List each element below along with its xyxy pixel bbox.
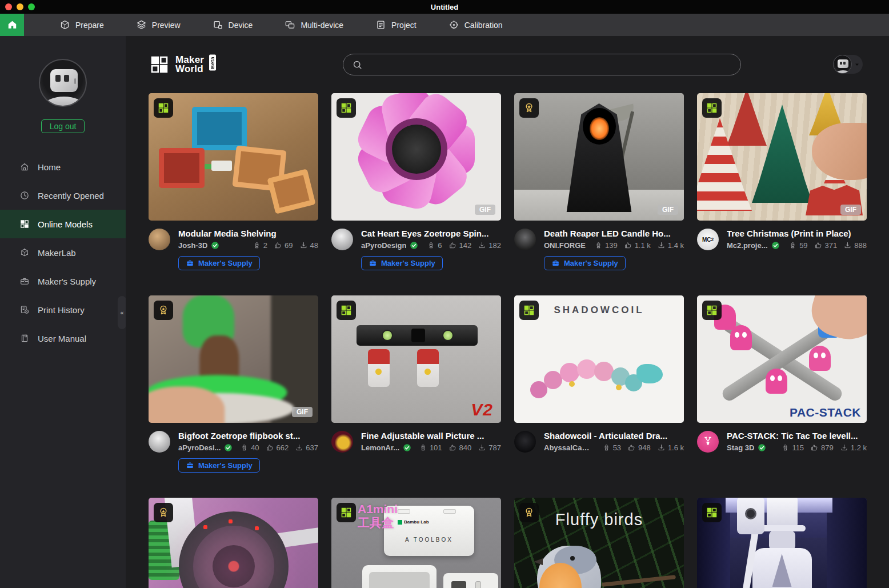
- author-name[interactable]: Stag 3D: [727, 443, 754, 452]
- downloads-stat: 787: [478, 443, 501, 452]
- home-tab-button[interactable]: [0, 14, 24, 36]
- model-card[interactable]: V2 Fine Adjustable wall Picture ... Lemo…: [331, 295, 501, 498]
- model-thumbnail[interactable]: GIF: [149, 295, 318, 423]
- model-title[interactable]: Cat Heart Eyes Zoetrope Spin...: [361, 229, 501, 238]
- author-name[interactable]: aPyroDesign: [361, 241, 406, 250]
- sidebar-item-user-manual[interactable]: User Manual: [0, 324, 126, 353]
- contest-medal-badge: [154, 503, 173, 522]
- author-name[interactable]: Mc2.proje...: [727, 241, 768, 250]
- author-avatar[interactable]: [514, 431, 536, 453]
- sidebar-item-print-history[interactable]: Print History: [0, 295, 126, 324]
- sidebar-collapse-button[interactable]: «: [118, 296, 126, 329]
- makers-supply-button[interactable]: Maker's Supply: [361, 256, 443, 270]
- author-name[interactable]: aPyroDesi...: [178, 443, 221, 452]
- likes-stat: 69: [274, 241, 293, 250]
- likes-stat: 371: [814, 241, 838, 250]
- tab-calibration[interactable]: Calibration: [448, 19, 503, 30]
- logout-button[interactable]: Log out: [41, 119, 85, 133]
- sidebar-item-makerlab[interactable]: MakerLab: [0, 238, 126, 267]
- account-menu[interactable]: [833, 55, 863, 74]
- search-bar[interactable]: [343, 54, 741, 75]
- sidebar-item-recently-opened[interactable]: Recently Opened: [0, 181, 126, 210]
- download-icon: [478, 241, 486, 250]
- author-avatar[interactable]: [697, 431, 719, 453]
- model-thumbnail[interactable]: V2: [331, 295, 501, 423]
- calibration-icon: [448, 19, 459, 30]
- likes-stat: 840: [448, 443, 472, 452]
- model-title[interactable]: Shadowcoil - Articulated Dra...: [544, 431, 684, 441]
- author-avatar[interactable]: [514, 229, 536, 250]
- verified-icon: [410, 241, 418, 250]
- model-card[interactable]: GIF Cat Heart Eyes Zoetrope Spin... aPyr…: [331, 93, 501, 295]
- window-title: Untitled: [0, 3, 889, 11]
- model-card[interactable]: Fluffy birds: [514, 498, 684, 588]
- model-thumbnail[interactable]: PAC-STACK: [697, 295, 867, 423]
- thumbnail-overlay-text: V2: [471, 400, 493, 419]
- user-avatar[interactable]: [39, 59, 87, 107]
- model-thumbnail[interactable]: SHADOWCOIL: [514, 295, 684, 423]
- toolbox-icon: [186, 259, 194, 267]
- model-card[interactable]: GIF Bigfoot Zoetrope flipbook st... aPyr…: [149, 295, 318, 498]
- makers-supply-button[interactable]: Maker's Supply: [544, 256, 626, 270]
- model-title[interactable]: Modular Media Shelving: [178, 229, 318, 238]
- gif-badge: GIF: [475, 205, 495, 215]
- author-avatar[interactable]: [331, 431, 353, 453]
- model-card[interactable]: Modular Media Shelving Josh-3D 2 69 48: [149, 93, 318, 295]
- model-card[interactable]: [149, 498, 318, 588]
- tab-device[interactable]: Device: [213, 19, 253, 30]
- thumbnail-art: PAC-STACK: [697, 295, 867, 423]
- tab-multi-device[interactable]: Multi-device: [285, 19, 343, 30]
- author-avatar[interactable]: [331, 229, 353, 250]
- model-card[interactable]: [697, 498, 867, 588]
- model-card[interactable]: Bambu Lab A TOOLBOX A1mini工具盒: [331, 498, 501, 588]
- model-stats: 2 69 48: [253, 241, 318, 250]
- prints-icon: [781, 443, 790, 452]
- model-card[interactable]: GIF Death Reaper LED Candle Ho... ONI.FO…: [514, 93, 684, 295]
- prints-icon: [594, 241, 603, 250]
- book-icon: [19, 333, 30, 343]
- author-avatar[interactable]: MC2: [697, 229, 719, 250]
- model-thumbnail[interactable]: Bambu Lab A TOOLBOX A1mini工具盒: [331, 498, 501, 588]
- model-title[interactable]: Bigfoot Zoetrope flipbook st...: [178, 431, 318, 441]
- model-thumbnail[interactable]: Fluffy birds: [514, 498, 684, 588]
- model-title[interactable]: Death Reaper LED Candle Ho...: [544, 229, 684, 238]
- author-name[interactable]: AbyssalCact...: [544, 443, 593, 452]
- author-name[interactable]: Josh-3D: [178, 241, 207, 250]
- makers-supply-button[interactable]: Maker's Supply: [178, 458, 260, 473]
- medal-icon: [523, 102, 535, 114]
- author-name[interactable]: ONI.FORGE: [544, 241, 586, 250]
- toolbox-icon: [19, 276, 30, 286]
- project-icon: [375, 19, 386, 30]
- downloads-stat: 1.6 k: [657, 443, 684, 452]
- thumbnail-art: [514, 93, 684, 221]
- makerworld-brand[interactable]: Maker World Beta: [149, 54, 216, 75]
- model-thumbnail[interactable]: GIF: [514, 93, 684, 221]
- tab-prepare[interactable]: Prepare: [59, 19, 104, 30]
- sidebar-item-online-models[interactable]: Online Models: [0, 210, 126, 238]
- model-stats: 101 840 787: [419, 443, 501, 452]
- tab-project[interactable]: Project: [375, 19, 417, 30]
- model-title[interactable]: PAC-STACK: Tic Tac Toe levell...: [727, 431, 867, 441]
- makerworld-badge: [702, 301, 722, 320]
- model-thumbnail[interactable]: GIF: [697, 93, 867, 221]
- model-thumbnail[interactable]: [697, 498, 867, 588]
- model-card[interactable]: GIF MC2 Tree Christmas (Print in Place) …: [697, 93, 867, 295]
- model-title[interactable]: Fine Adjustable wall Picture ...: [361, 431, 501, 441]
- makers-supply-button[interactable]: Maker's Supply: [178, 256, 260, 270]
- author-avatar[interactable]: [149, 431, 170, 453]
- model-title[interactable]: Tree Christmas (Print in Place): [727, 229, 867, 238]
- device-icon: [213, 19, 223, 30]
- sidebar-item-makers-supply[interactable]: Maker's Supply: [0, 267, 126, 295]
- download-icon: [840, 443, 848, 452]
- model-card[interactable]: SHADOWCOIL: [514, 295, 684, 498]
- model-thumbnail[interactable]: [149, 93, 318, 221]
- model-card[interactable]: PAC-STACK PAC-STACK: Tic Tac Toe levell.…: [697, 295, 867, 498]
- author-avatar[interactable]: [149, 229, 170, 250]
- author-name[interactable]: LemonAr...: [361, 443, 399, 452]
- model-thumbnail[interactable]: [149, 498, 318, 588]
- search-input[interactable]: [368, 54, 740, 75]
- sidebar-item-home[interactable]: Home: [0, 153, 126, 181]
- model-thumbnail[interactable]: GIF: [331, 93, 501, 221]
- thumbs-up-icon: [624, 241, 632, 250]
- tab-preview[interactable]: Preview: [136, 19, 181, 30]
